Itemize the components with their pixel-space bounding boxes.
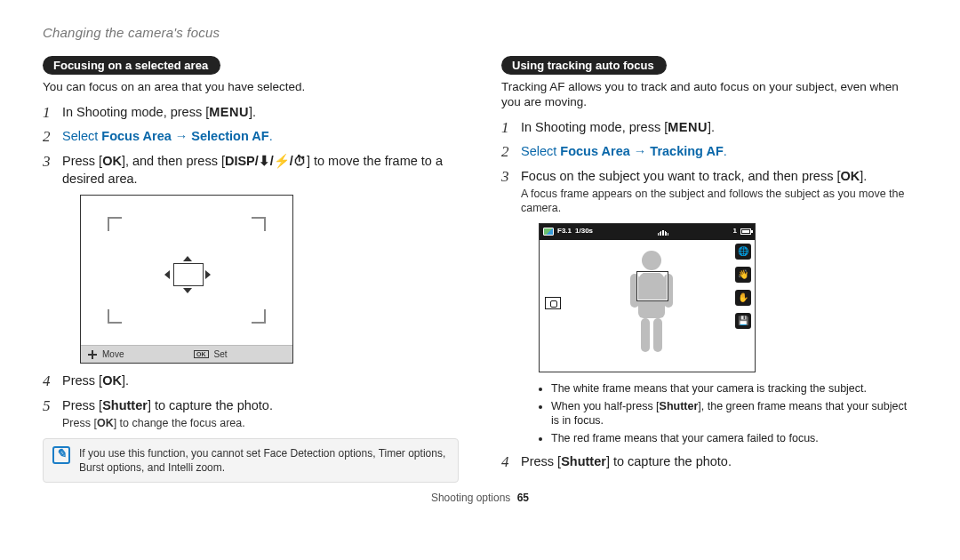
bullet-white-frame: The white frame means that your camera i…: [551, 381, 917, 396]
globe-icon: 🌐: [735, 244, 751, 260]
lcd-selection-af: Move OK Set: [80, 195, 293, 364]
f-value: F3.1: [557, 227, 572, 236]
heading-selection-af: Focusing on a selected area: [43, 56, 220, 75]
arrow-up-icon: [183, 256, 192, 261]
step-1: In Shooting mode, press [MENU].: [501, 119, 917, 137]
dpad-icon: [88, 350, 97, 359]
shutter-value: 1/30s: [575, 227, 593, 236]
step-5: Press [Shutter] to capture the photo. Pr…: [43, 397, 459, 431]
battery-icon: [740, 228, 751, 235]
ois-icon: ✋: [735, 290, 751, 306]
footer-section: Shooting options: [431, 492, 510, 504]
step-2-current: Select Focus Area → Tracking AF.: [501, 143, 917, 161]
breadcrumb: Changing the camera's focus: [43, 25, 917, 40]
af-bracket-icon: [108, 309, 122, 324]
ok-icon: OK: [840, 169, 860, 183]
lcd-bottom-bar: Move OK Set: [81, 345, 292, 363]
stabilizer-icon: 👋: [735, 267, 751, 283]
card-icon: 💾: [735, 313, 751, 329]
bullet-red-frame: The red frame means that your camera fai…: [551, 431, 917, 446]
af-bracket-icon: [108, 217, 122, 231]
menu-icon: MENU: [209, 105, 249, 119]
step-4: Press [OK].: [43, 372, 459, 390]
lcd-tracking-af: F3.1 1/30s 1: [539, 223, 756, 372]
step-3: Press [OK], and then press [DISP/⬇/⚡/⏱] …: [43, 153, 459, 364]
step-3-sub: A focus frame appears on the subject and…: [521, 188, 917, 215]
page-number: 65: [517, 492, 529, 504]
ok-small-icon: OK: [194, 350, 209, 358]
arrow-right-icon: [205, 270, 211, 279]
steps-selection-af: In Shooting mode, press [MENU]. Select F…: [43, 104, 459, 431]
ok-icon: OK: [102, 154, 122, 168]
col-selection-af: Focusing on a selected area You can focu…: [43, 56, 459, 483]
steps-tracking-af: In Shooting mode, press [MENU]. Select F…: [501, 119, 917, 471]
arrow-left-icon: [164, 270, 170, 279]
heading-tracking-af: Using tracking auto focus: [501, 56, 667, 75]
tracking-frame-icon: [637, 272, 668, 300]
intro-selection-af: You can focus on an area that you have s…: [43, 80, 459, 95]
step-3: Focus on the subject you want to track, …: [501, 168, 917, 446]
bottom-move-label: Move: [102, 348, 124, 361]
bullet-green-frame: When you half-press [Shutter], the green…: [551, 399, 917, 429]
af-bracket-icon: [252, 309, 266, 324]
step-4: Press [Shutter] to capture the photo.: [501, 453, 917, 471]
step-1: In Shooting mode, press [MENU].: [43, 104, 459, 122]
tracking-notes: The white frame means that your camera i…: [521, 381, 917, 447]
exposure-bars-icon: [658, 228, 668, 236]
ok-icon: OK: [102, 373, 122, 388]
bottom-set-label: Set: [214, 348, 228, 361]
col-tracking-af: Using tracking auto focus Tracking AF al…: [501, 56, 917, 483]
lcd-top-bar: F3.1 1/30s 1: [540, 224, 755, 240]
info-icon: ✎: [52, 446, 70, 464]
footer: Shooting options 65: [43, 492, 917, 504]
shots-remaining: 1: [733, 227, 737, 236]
af-bracket-icon: [252, 217, 266, 231]
step-5-sub: Press [OK] to change the focus area.: [62, 417, 459, 431]
disp-combo-icon: DISP/⬇/⚡/⏱: [225, 154, 307, 168]
step-2-current: Select Focus Area → Selection AF.: [43, 128, 459, 146]
menu-icon: MENU: [668, 120, 708, 134]
person-silhouette: [636, 251, 668, 357]
note-box: ✎ If you use this function, you cannot s…: [43, 438, 459, 483]
ok-icon: OK: [97, 417, 114, 429]
focus-rect-icon: [173, 263, 204, 286]
arrow-down-icon: [183, 288, 192, 293]
metering-icon: [545, 297, 561, 309]
scene-icon: [543, 228, 554, 236]
intro-tracking-af: Tracking AF allows you to track and auto…: [501, 80, 917, 110]
note-text: If you use this function, you cannot set…: [79, 446, 449, 475]
